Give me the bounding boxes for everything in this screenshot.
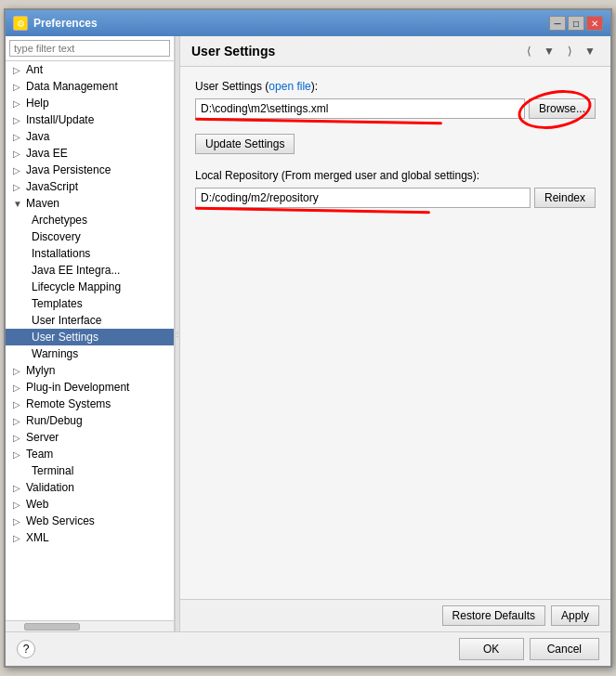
label-prefix: User Settings (	[195, 80, 269, 93]
sidebar-item-discovery[interactable]: Discovery	[6, 228, 174, 245]
title-bar: ⚙ Preferences ─ □ ✕	[6, 10, 610, 36]
sidebar-item-validation[interactable]: ▷ Validation	[6, 479, 174, 496]
back-button[interactable]: ⟨	[519, 42, 538, 60]
sidebar-item-java-ee[interactable]: ▷ Java EE	[6, 145, 174, 162]
local-repo-wrapper	[195, 188, 531, 208]
sidebar-item-label: Plug-in Development	[26, 381, 129, 394]
sidebar-item-help[interactable]: ▷ Help	[6, 95, 174, 111]
update-settings-button[interactable]: Update Settings	[195, 134, 295, 154]
forward-button[interactable]: ⟩	[560, 42, 579, 60]
sidebar-item-plugin-development[interactable]: ▷ Plug-in Development	[6, 379, 174, 396]
sidebar-item-label: Web Services	[26, 514, 95, 527]
sidebar-item-run-debug[interactable]: ▷ Run/Debug	[6, 412, 174, 429]
restore-defaults-button[interactable]: Restore Defaults	[442, 605, 545, 626]
sidebar-item-mylyn[interactable]: ▷ Mylyn	[6, 362, 174, 379]
local-repo-row: Reindex	[195, 188, 596, 208]
sidebar-item-label: Warnings	[32, 347, 78, 360]
sidebar-item-templates[interactable]: Templates	[6, 295, 174, 312]
expand-arrow: ▷	[13, 449, 24, 460]
cancel-button[interactable]: Cancel	[530, 638, 599, 660]
expand-arrow: ▷	[13, 65, 24, 75]
sidebar-item-terminal[interactable]: Terminal	[6, 462, 174, 479]
user-settings-label: User Settings (open file):	[195, 80, 596, 93]
forward-icon: ⟩	[568, 45, 572, 58]
filter-box	[6, 36, 174, 61]
sidebar-item-label: Templates	[32, 297, 83, 310]
sidebar-item-label: Java Persistence	[26, 163, 111, 176]
sidebar-item-label: Maven	[26, 197, 59, 210]
reindex-button[interactable]: Reindex	[534, 188, 596, 208]
expand-arrow: ▷	[13, 500, 24, 510]
browse-button[interactable]: Browse...	[529, 98, 596, 119]
sidebar-item-lifecycle-mapping[interactable]: Lifecycle Mapping	[6, 279, 174, 295]
expand-arrow: ▷	[13, 416, 24, 426]
open-file-link[interactable]: open file	[269, 80, 310, 93]
apply-button[interactable]: Apply	[551, 605, 599, 626]
sidebar-item-archetypes[interactable]: Archetypes	[6, 212, 174, 228]
expand-arrow: ▷	[13, 98, 24, 109]
browse-button-wrapper: Browse...	[529, 98, 596, 119]
tree: ▷ Ant ▷ Data Management ▷ Help ▷ Install…	[6, 61, 174, 620]
sidebar-item-team[interactable]: ▷ Team	[6, 446, 174, 462]
filter-input[interactable]	[9, 40, 170, 57]
local-repo-input[interactable]	[195, 188, 531, 208]
back-icon: ⟨	[527, 45, 531, 58]
dialog-buttons: OK Cancel	[459, 638, 599, 660]
sidebar-item-javascript[interactable]: ▷ JavaScript	[6, 178, 174, 195]
tree-scrollbar[interactable]	[6, 620, 174, 631]
sidebar-item-xml[interactable]: ▷ XML	[6, 529, 174, 546]
main-content: User Settings (open file): Browse... Upd…	[180, 67, 610, 599]
dropdown-button[interactable]: ▼	[540, 42, 558, 60]
sidebar-item-label: Ant	[26, 63, 43, 76]
sidebar-item-label: JavaScript	[26, 180, 78, 193]
expand-arrow: ▷	[13, 483, 24, 493]
sidebar-item-maven[interactable]: ▼ Maven	[6, 195, 174, 212]
expand-arrow: ▷	[13, 115, 24, 125]
sidebar-item-label: Remote Systems	[26, 397, 111, 410]
minimize-button[interactable]: ─	[549, 16, 566, 31]
sidebar-item-install-update[interactable]: ▷ Install/Update	[6, 111, 174, 128]
sidebar-item-web-services[interactable]: ▷ Web Services	[6, 513, 174, 529]
sidebar-item-server[interactable]: ▷ Server	[6, 429, 174, 446]
expand-arrow: ▷	[13, 433, 24, 443]
main-panel: User Settings ⟨ ▼ ⟩ ▼	[180, 36, 610, 631]
close-button[interactable]: ✕	[586, 16, 603, 31]
dropdown-icon: ▼	[544, 45, 555, 58]
help-button[interactable]: ?	[17, 640, 35, 658]
sidebar-item-web[interactable]: ▷ Web	[6, 496, 174, 513]
sidebar-item-installations[interactable]: Installations	[6, 245, 174, 262]
sidebar-item-remote-systems[interactable]: ▷ Remote Systems	[6, 396, 174, 412]
settings-file-input[interactable]	[195, 98, 525, 119]
title-bar-left: ⚙ Preferences	[13, 16, 98, 31]
menu-button[interactable]: ▼	[581, 42, 599, 60]
sidebar-item-ant[interactable]: ▷ Ant	[6, 61, 174, 78]
local-repo-label: Local Repository (From merged user and g…	[195, 169, 596, 182]
expand-arrow: ▷	[13, 383, 24, 393]
sidebar-item-data-management[interactable]: ▷ Data Management	[6, 78, 174, 95]
sidebar-item-label: Java EE	[26, 147, 68, 160]
sidebar-item-user-settings[interactable]: User Settings	[6, 329, 174, 345]
sidebar-item-warnings[interactable]: Warnings	[6, 345, 174, 362]
dialog-bottom: ? OK Cancel	[6, 631, 610, 666]
sidebar-item-label: Java EE Integra...	[32, 264, 120, 277]
sidebar-item-label: Discovery	[32, 230, 81, 243]
sidebar-item-user-interface[interactable]: User Interface	[6, 312, 174, 329]
sidebar: ▷ Ant ▷ Data Management ▷ Help ▷ Install…	[6, 36, 175, 631]
scrollbar-thumb[interactable]	[24, 623, 80, 630]
main-header: User Settings ⟨ ▼ ⟩ ▼	[180, 36, 610, 67]
sidebar-item-java-persistence[interactable]: ▷ Java Persistence	[6, 162, 174, 178]
menu-icon: ▼	[584, 45, 596, 58]
ok-button[interactable]: OK	[459, 638, 524, 660]
panel-title: User Settings	[191, 44, 275, 58]
sidebar-item-label: Web	[26, 498, 48, 511]
sidebar-item-label: User Interface	[32, 314, 101, 327]
maximize-button[interactable]: □	[568, 16, 584, 31]
settings-file-row: Browse...	[195, 98, 596, 119]
sidebar-item-label: Data Management	[26, 80, 118, 93]
sidebar-item-label: Validation	[26, 481, 74, 494]
sidebar-item-java[interactable]: ▷ Java	[6, 128, 174, 145]
update-settings-row: Update Settings	[195, 134, 596, 154]
expand-arrow: ▷	[13, 149, 24, 159]
sidebar-item-label: Run/Debug	[26, 414, 83, 427]
sidebar-item-java-ee-integration[interactable]: Java EE Integra...	[6, 262, 174, 279]
